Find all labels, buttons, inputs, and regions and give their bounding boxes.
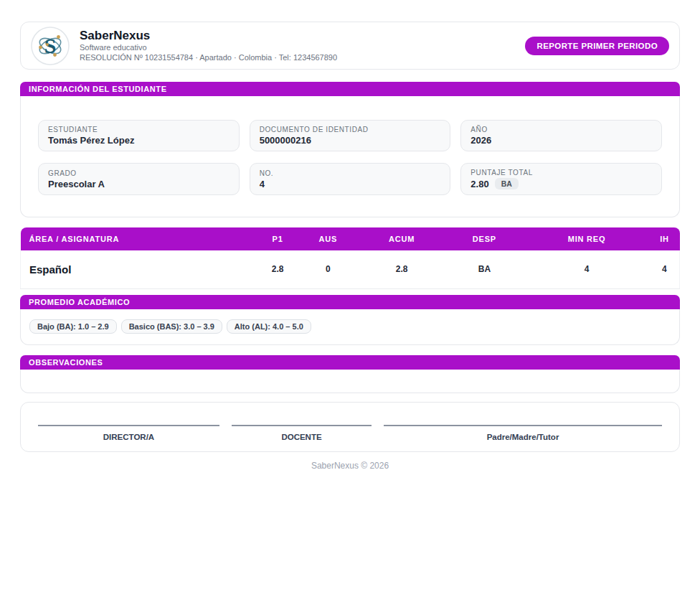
field-label: NO.	[260, 169, 441, 177]
grades-table-header-row: ÁREA / ASIGNATURA P1 AUS ACUM DESP MIN R…	[21, 227, 680, 250]
col-min-req: MIN REQ	[524, 227, 650, 250]
app-subtitle: Software educativo	[80, 43, 337, 53]
signature-label: Padre/Madre/Tutor	[487, 433, 559, 441]
app-title: SaberNexus	[80, 28, 337, 43]
field-label: PUNTAJE TOTAL	[470, 169, 652, 177]
signature-label: DOCENTE	[281, 433, 321, 441]
field-estudiante: ESTUDIANTE Tomás Pérez López	[38, 120, 240, 151]
observaciones-card	[20, 370, 680, 393]
grades-table: ÁREA / ASIGNATURA P1 AUS ACUM DESP MIN R…	[20, 227, 680, 289]
signatures-card: DIRECTOR/A DOCENTE Padre/Madre/Tutor	[20, 402, 680, 452]
scale-badge-basico: Basico (BAS): 3.0 – 3.9	[121, 319, 222, 334]
signature-label: DIRECTOR/A	[103, 433, 154, 441]
field-value: 4	[260, 179, 441, 189]
report-page: S SaberNexus Software educativo RESOLUCI…	[20, 0, 680, 471]
field-puntaje-total: PUNTAJE TOTAL 2.80 BA	[460, 163, 662, 195]
cell-desp: BA	[445, 250, 524, 288]
scale-badge-alto: Alto (AL): 4.0 – 5.0	[227, 319, 311, 334]
field-no: NO. 4	[250, 163, 451, 195]
scale-badge-bajo: Bajo (BA): 1.0 – 2.9	[29, 319, 117, 334]
footer-copyright: SaberNexus © 2026	[20, 461, 680, 471]
field-value: 5000000216	[260, 135, 441, 146]
cell-p1: 2.8	[257, 250, 297, 288]
field-value: 2026	[470, 135, 652, 146]
field-label: AÑO	[470, 126, 652, 133]
student-info-card: ESTUDIANTE Tomás Pérez López DOCUMENTO D…	[20, 96, 680, 217]
signature-docente: DOCENTE	[232, 425, 372, 443]
col-acum: ACUM	[359, 227, 445, 250]
sabernexus-logo-icon: S	[31, 27, 70, 65]
col-ih: IH	[650, 227, 680, 250]
student-info-section-header: INFORMACIÓN DEL ESTUDIANTE	[20, 82, 680, 96]
cell-ih: 4	[650, 250, 680, 288]
promedio-section: PROMEDIO ACADÉMICO Bajo (BA): 1.0 – 2.9 …	[20, 295, 680, 345]
cell-min-req: 4	[524, 250, 650, 288]
field-label: GRADO	[48, 169, 230, 177]
col-area-asignatura: ÁREA / ASIGNATURA	[21, 227, 258, 250]
field-value: Tomás Pérez López	[48, 135, 230, 146]
cell-subject: Español	[21, 250, 258, 288]
field-label: DOCUMENTO DE IDENTIDAD	[260, 126, 441, 133]
puntaje-badge: BA	[495, 178, 519, 189]
header-card: S SaberNexus Software educativo RESOLUCI…	[20, 22, 680, 70]
cell-acum: 2.8	[359, 250, 445, 288]
puntaje-value: 2.80	[470, 179, 488, 189]
promedio-card: Bajo (BA): 1.0 – 2.9 Basico (BAS): 3.0 –…	[20, 309, 680, 345]
resolution-line: RESOLUCIÓN Nº 10231554784 · Apartado · C…	[80, 53, 337, 63]
brand-block: SaberNexus Software educativo RESOLUCIÓN…	[80, 28, 337, 63]
field-documento: DOCUMENTO DE IDENTIDAD 5000000216	[250, 120, 451, 151]
col-aus: AUS	[298, 227, 359, 250]
col-p1: P1	[257, 227, 297, 250]
signature-tutor: Padre/Madre/Tutor	[384, 425, 662, 443]
table-row-espanol: Español 2.8 0 2.8 BA 4 4	[21, 250, 680, 288]
col-desp: DESP	[445, 227, 524, 250]
field-value: Preescolar A	[48, 179, 230, 189]
field-label: ESTUDIANTE	[48, 126, 230, 133]
observaciones-section-header: OBSERVACIONES	[20, 355, 680, 370]
cell-aus: 0	[298, 250, 359, 288]
field-grado: GRADO Preescolar A	[38, 163, 240, 195]
report-period-button[interactable]: REPORTE PRIMER PERIODO	[525, 37, 669, 55]
signature-director: DIRECTOR/A	[38, 425, 219, 443]
observaciones-section: OBSERVACIONES	[20, 355, 680, 393]
field-ano: AÑO 2026	[460, 120, 662, 151]
promedio-section-header: PROMEDIO ACADÉMICO	[20, 295, 680, 309]
student-info-grid: ESTUDIANTE Tomás Pérez López DOCUMENTO D…	[38, 120, 662, 195]
field-value: 2.80 BA	[470, 178, 652, 189]
